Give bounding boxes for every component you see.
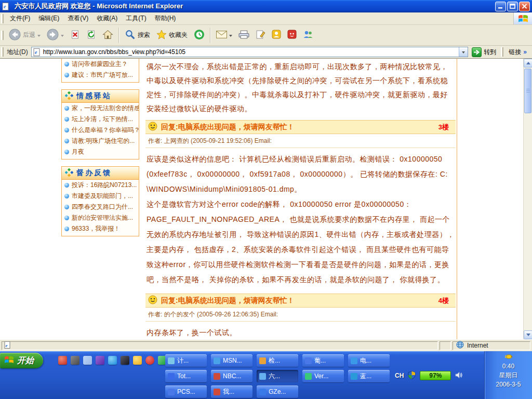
- home-icon: [102, 30, 113, 41]
- home-button[interactable]: [99, 28, 116, 43]
- sidebar-topic-box: 请问帝都蒙园业主？ 建议：市民广场可放...: [61, 59, 139, 83]
- section-title: 督办反馈: [76, 168, 112, 178]
- quicklaunch-icon-2[interactable]: [71, 356, 79, 365]
- maximize-button[interactable]: [507, 2, 518, 11]
- sidebar-topic-link[interactable]: 什么是幸福？你幸福吗？.: [62, 125, 139, 136]
- menu-tools[interactable]: 工具(T): [122, 12, 150, 24]
- task-button[interactable]: 检...: [257, 354, 298, 367]
- menu-help[interactable]: 帮助(H): [151, 12, 180, 24]
- task-button[interactable]: 电...: [348, 354, 390, 367]
- back-icon: [9, 29, 21, 42]
- power-plug-icon: [504, 353, 513, 362]
- menu-favorites[interactable]: 收藏(A): [92, 12, 122, 24]
- address-dropdown-button[interactable]: [459, 47, 468, 57]
- task-button[interactable]: Ver...: [302, 370, 344, 382]
- refresh-button[interactable]: [83, 28, 99, 43]
- search-button[interactable]: 搜索: [122, 28, 153, 43]
- task-button[interactable]: GZe...: [257, 385, 298, 398]
- back-dropdown-icon: [37, 35, 41, 37]
- sidebar-topic-link[interactable]: 月夜: [62, 147, 139, 157]
- sidebar-topic-link[interactable]: 请教:明珠广场住宅的...: [62, 136, 139, 147]
- quicklaunch-icon-8[interactable]: [145, 356, 154, 365]
- search-icon: [125, 29, 136, 42]
- topic-text: 四季春交叉路口为什...: [72, 203, 133, 211]
- quicklaunch-icon-1[interactable]: [58, 356, 67, 365]
- menu-file[interactable]: 文件(F): [6, 12, 34, 24]
- back-button[interactable]: 后退: [6, 27, 44, 44]
- clock-date: 2006-3-5: [496, 381, 521, 388]
- status-bar: e Internet: [0, 339, 532, 351]
- bullet-icon: [64, 227, 69, 231]
- quicklaunch-icon-5[interactable]: [108, 356, 117, 365]
- sidebar-topic-link[interactable]: 建议：市民广场可放...: [62, 70, 139, 81]
- task-button[interactable]: PCS...: [165, 385, 207, 398]
- toolbar-grip[interactable]: [1, 47, 4, 57]
- task-button[interactable]: 计...: [165, 354, 207, 367]
- task-button[interactable]: 我...: [211, 385, 252, 398]
- links-toolbar[interactable]: 链接 »: [506, 48, 530, 57]
- sidebar-topic-link[interactable]: 96333，我举报！: [62, 223, 139, 234]
- history-button[interactable]: [191, 28, 208, 43]
- favorites-button[interactable]: 收藏夹: [153, 28, 191, 43]
- security-shield-icon[interactable]: [408, 371, 416, 381]
- start-button[interactable]: 开始: [0, 353, 43, 368]
- print-button[interactable]: [235, 29, 252, 42]
- qq-button[interactable]: [284, 28, 300, 42]
- mail-dropdown-icon: [229, 35, 232, 37]
- bullet-icon: [64, 216, 69, 220]
- page-icon: e: [33, 48, 41, 56]
- sidebar-topic-link[interactable]: 投诉：16路皖N07213...: [62, 180, 139, 191]
- mail-button[interactable]: [213, 29, 235, 42]
- volume-icon[interactable]: [455, 371, 463, 380]
- sidebar-topic-link[interactable]: 坛上冷清，坛下热情...: [62, 114, 139, 125]
- task-icon: [214, 389, 220, 395]
- toolbar-grip[interactable]: [501, 47, 503, 57]
- forward-button[interactable]: [44, 27, 67, 44]
- task-button[interactable]: NBC...: [211, 370, 252, 382]
- task-button[interactable]: MSN...: [211, 354, 252, 367]
- reply-floor-badge: 4楼: [438, 296, 453, 305]
- go-button[interactable]: 转到: [468, 47, 500, 57]
- task-button[interactable]: Tot...: [165, 370, 207, 382]
- sidebar-topic-link[interactable]: 市建委及职能部门，...: [62, 191, 139, 202]
- sidebar-topic-link[interactable]: 四季春交叉路口为什...: [62, 202, 139, 212]
- edit-button[interactable]: [252, 28, 269, 43]
- go-label: 转到: [484, 48, 496, 57]
- post-intro-text: 偶尔一次不理会，系统出错是正常的，重新启动即可，出现次数多了，两种情况比较常见，…: [145, 59, 456, 120]
- contacts-button[interactable]: [300, 29, 316, 42]
- bullet-icon: [64, 73, 69, 77]
- toolbar-grip[interactable]: [1, 31, 4, 40]
- task-button[interactable]: 蓝...: [348, 370, 390, 382]
- task-button[interactable]: 葡...: [302, 354, 344, 367]
- input-language-indicator[interactable]: CH: [395, 372, 404, 379]
- address-input[interactable]: e http://www.luan.gov.cn/bbs/bbs_view.ph…: [31, 47, 469, 57]
- task-icon: [305, 357, 312, 364]
- tray-clock[interactable]: 0:40 星期日 2006-3-5: [484, 351, 532, 399]
- stop-button[interactable]: [67, 28, 83, 43]
- task-label: 六...: [269, 372, 280, 381]
- status-spacer-pane: [440, 341, 451, 350]
- menu-edit[interactable]: 编辑(E): [34, 12, 63, 24]
- sidebar-topic-link[interactable]: 家，一段无法割舍的情感: [62, 103, 139, 114]
- vertical-scrollbar[interactable]: [523, 59, 532, 339]
- quicklaunch-icon-3[interactable]: [83, 356, 92, 365]
- minimize-button[interactable]: [495, 2, 506, 11]
- scroll-thumb[interactable]: [524, 69, 531, 113]
- menu-view[interactable]: 查看(V): [63, 12, 92, 24]
- battery-meter-badge[interactable]: 97%: [420, 371, 451, 380]
- sidebar-topic-link[interactable]: 请问帝都蒙园业主？: [62, 59, 139, 70]
- scroll-down-button[interactable]: [524, 330, 532, 339]
- menu-bar: 文件(F) 编辑(E) 查看(V) 收藏(A) 工具(T) 帮助(H): [0, 12, 532, 25]
- toolbar-grip[interactable]: [1, 14, 4, 23]
- quicklaunch-icon-4[interactable]: [96, 356, 104, 365]
- title-bar: e 六安市人民政府网 欢迎您 - Microsoft Internet Expl…: [0, 0, 532, 12]
- messenger-button[interactable]: [269, 28, 284, 42]
- quicklaunch-icon-6[interactable]: [121, 356, 129, 365]
- quicklaunch-icon-7[interactable]: [133, 356, 142, 365]
- flower-icon: [65, 91, 73, 101]
- reply-paragraph: 应该是类似这样的信息吧： 计算机已经从检测错误后重新启动。检测错误： 0x100…: [147, 152, 455, 197]
- close-button[interactable]: [519, 2, 530, 11]
- task-button-active[interactable]: 六...: [257, 370, 298, 382]
- sidebar-topic-link[interactable]: 新的治安管理法实施...: [62, 212, 139, 223]
- scroll-up-button[interactable]: [524, 59, 532, 68]
